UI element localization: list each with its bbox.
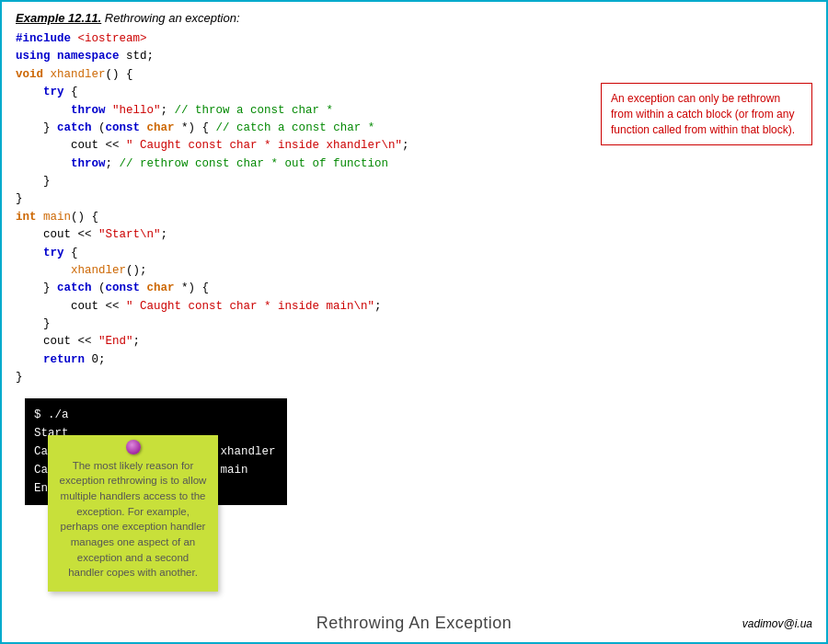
- code-line: cout << " Caught const char * inside mai…: [16, 298, 812, 316]
- sticky-note: The most likely reason for exception ret…: [48, 435, 218, 592]
- footer-email: vadimov@i.ua: [742, 617, 812, 630]
- note-box: An exception can only be rethrown from w…: [601, 83, 812, 145]
- sticky-text: The most likely reason for exception ret…: [60, 460, 207, 579]
- terminal-prompt: $ ./a: [34, 406, 278, 424]
- code-line: } catch (const char *) {: [16, 280, 812, 297]
- code-line: try {: [16, 245, 812, 262]
- note-text: An exception can only be rethrown from w…: [611, 92, 795, 136]
- code-line: #include <iostream>: [16, 30, 812, 48]
- code-line: void xhandler() {: [16, 66, 812, 84]
- code-line: }: [16, 173, 812, 190]
- code-line: }: [16, 316, 812, 333]
- example-title: Example 12.11. Rethrowing an exception:: [16, 11, 812, 25]
- code-line: cout << "Start\n";: [16, 226, 812, 244]
- code-line: xhandler();: [16, 262, 812, 280]
- code-line: }: [16, 190, 812, 208]
- pushpin-icon: [126, 440, 141, 454]
- code-line: }: [16, 369, 812, 386]
- code-line: cout << "End";: [16, 333, 812, 351]
- code-line: int main() {: [16, 209, 812, 226]
- footer: Rethrowing An Exception vadimov@i.ua: [2, 614, 826, 633]
- code-line: return 0;: [16, 351, 812, 369]
- example-text: Rethrowing an exception:: [101, 11, 239, 25]
- code-line: using namespace std;: [16, 48, 812, 65]
- footer-title: Rethrowing An Exception: [316, 614, 512, 633]
- example-number: Example 12.11.: [16, 11, 101, 25]
- code-line: throw; // rethrow const char * out of fu…: [16, 155, 812, 173]
